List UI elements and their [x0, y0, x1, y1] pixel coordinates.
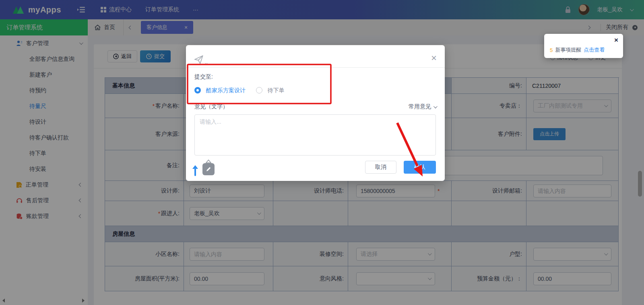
dialog-close-icon[interactable]: ×	[431, 53, 437, 63]
notification-close-icon[interactable]: ×	[614, 36, 618, 44]
chevron-down-icon	[433, 104, 438, 108]
submit-dialog: .. × 提交至: 酷家乐方案设计 待下单 意见（文字） 常用意见	[186, 45, 445, 181]
option-kujiale[interactable]: 酷家乐方案设计	[194, 87, 246, 94]
keyboard-input-button[interactable]	[194, 169, 196, 175]
pointer-outline-icon	[205, 160, 212, 163]
opinion-row: 意见（文字） 常用意见	[194, 103, 436, 110]
option-pending-order-label: 待下单	[268, 87, 285, 93]
dialog-body: 提交至: 酷家乐方案设计 待下单 意见（文字） 常用意见	[186, 68, 445, 175]
cancel-button[interactable]: 取消	[365, 161, 396, 174]
handwrite-input-button[interactable]	[202, 163, 215, 175]
notification-count: 5	[550, 47, 553, 53]
dialog-title: ..	[205, 59, 208, 65]
opinion-textarea[interactable]	[194, 114, 436, 156]
keyboard-icon	[194, 168, 196, 176]
submit-to-label: 提交至:	[194, 73, 436, 81]
notification-popup: × 5 新事项提醒 点击查看	[544, 34, 623, 58]
paper-plane-icon	[194, 54, 204, 65]
app-root: myApps 流程中心 订单管理系统 ···	[0, 0, 644, 305]
notification-text: 新事项提醒	[555, 46, 581, 54]
option-pending-order[interactable]: 待下单	[256, 87, 285, 94]
dialog-footer: 取消 确认	[365, 161, 436, 174]
opinion-label: 意见（文字）	[194, 103, 228, 110]
submit-target-options: 酷家乐方案设计 待下单	[194, 87, 436, 94]
common-opinion-label: 常用意见	[409, 103, 431, 110]
notification-message: 5 新事项提醒 点击查看	[550, 46, 605, 54]
dialog-header: .. ×	[186, 45, 445, 68]
option-kujiale-label: 酷家乐方案设计	[206, 87, 246, 93]
confirm-button[interactable]: 确认	[404, 161, 436, 174]
radio-unselected-icon[interactable]	[256, 87, 262, 93]
common-opinion-dropdown[interactable]: 常用意见	[409, 103, 436, 110]
pencil-icon	[202, 163, 215, 175]
radio-selected-icon[interactable]	[194, 87, 201, 93]
notification-view-link[interactable]: 点击查看	[584, 46, 605, 54]
